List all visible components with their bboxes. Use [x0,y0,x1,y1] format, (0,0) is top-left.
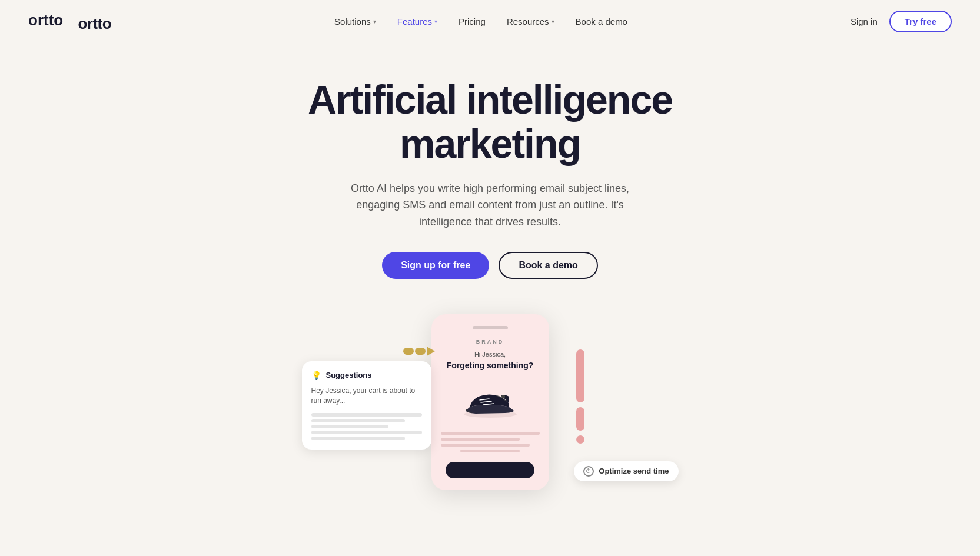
logo[interactable]: ortto ortto [28,10,111,33]
lightbulb-icon: 💡 [311,371,321,380]
optimize-badge-label: Optimize send time [599,467,669,475]
try-free-button[interactable]: Try free [889,11,952,32]
gold-arrow-icon [427,347,435,356]
bar-tall [576,349,584,402]
sugg-line [311,425,389,428]
text-line [460,450,520,452]
sugg-line [311,413,422,417]
nav-item-features[interactable]: Features ▾ [397,16,437,26]
gold-arrows-decoration [403,347,435,356]
hero-section: Artificial intelligence marketing Ortto … [0,42,980,279]
phone-text-lines [441,432,540,452]
shoe-illustration [441,378,540,425]
nav-links: Solutions ▾ Features ▾ Pricing Resources… [334,16,627,26]
phone-greeting: Hi Jessica, [441,351,540,358]
suggestions-card: 💡 Suggestions Hey Jessica, your cart is … [302,361,431,450]
nav-item-pricing[interactable]: Pricing [459,16,486,26]
clock-icon: ⏱ [583,466,594,477]
phone-notch [473,326,508,329]
phone-headline: Forgeting something? [441,360,540,371]
book-demo-button[interactable]: Book a demo [499,252,597,279]
right-bar-decoration [576,349,584,444]
bar-dot [576,435,584,444]
nav-actions: Sign in Try free [851,11,952,32]
phone-cta-bar [446,462,534,478]
nav-item-resources[interactable]: Resources ▾ [507,16,554,26]
chevron-down-icon: ▾ [434,18,437,25]
svg-point-1 [501,395,505,398]
phone-brand: BRAND [441,339,540,345]
suggestions-header: 💡 Suggestions [311,371,422,380]
signin-button[interactable]: Sign in [851,16,878,26]
suggestions-title: Suggestions [326,371,372,379]
signup-button[interactable]: Sign up for free [382,252,489,279]
sugg-line [311,437,406,440]
chevron-down-icon: ▾ [373,18,376,25]
shoe-svg [461,384,520,419]
hero-buttons: Sign up for free Book a demo [12,252,968,279]
suggestions-text: Hey Jessica, your cart is about to run a… [311,386,422,406]
text-line [441,432,540,435]
text-line [441,444,530,447]
phone-card: BRAND Hi Jessica, Forgeting something? [431,314,549,490]
sugg-line [311,431,422,434]
logo-text: ortto [28,11,63,29]
bar-short [576,407,584,431]
navigation: ortto ortto Solutions ▾ Features ▾ Prici… [0,0,980,42]
sugg-line [311,419,406,422]
illustration-area: 💡 Suggestions Hey Jessica, your cart is … [0,314,980,556]
optimize-send-time-badge: ⏱ Optimize send time [574,461,678,481]
suggestions-lines [311,413,422,440]
text-line [441,438,520,441]
hero-heading: Artificial intelligence marketing [225,78,755,166]
hero-subtext: Ortto AI helps you write high performing… [331,180,649,231]
gold-dot-2 [415,348,426,355]
gold-dot-1 [403,348,414,355]
chevron-down-icon: ▾ [552,18,554,25]
nav-item-book-demo[interactable]: Book a demo [576,16,627,26]
nav-item-solutions[interactable]: Solutions ▾ [334,16,376,26]
logo-wordmark: ortto [78,15,111,32]
